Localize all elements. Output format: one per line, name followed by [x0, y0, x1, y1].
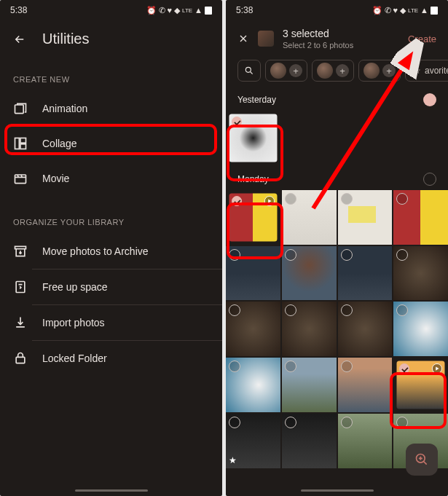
- phone-utilities: 5:38 ⏰✆♥◆ LTE ▲ Utilities CREATE NEW Ani…: [0, 0, 222, 496]
- video-badge: [264, 196, 275, 206]
- video-badge: [432, 363, 442, 374]
- archive-icon: [13, 244, 28, 259]
- nav-pill: [301, 489, 374, 492]
- svg-rect-3: [20, 144, 26, 149]
- page-title: Utilities: [42, 31, 89, 47]
- phone-selector: 5:38 ⏰✆♥◆ LTE ▲ 3 selected Select 2 to 6…: [226, 0, 448, 496]
- collage-icon: [13, 136, 28, 151]
- date-monday[interactable]: Monday: [226, 165, 448, 190]
- menu-animation[interactable]: Animation: [0, 91, 222, 126]
- chip-face-1[interactable]: +: [265, 60, 307, 82]
- menu-label: Locked Folder: [42, 353, 209, 364]
- photo-thumb[interactable]: [229, 193, 277, 241]
- svg-rect-7: [16, 357, 25, 363]
- date-yesterday[interactable]: Yesterday: [226, 86, 448, 111]
- svg-rect-2: [20, 138, 26, 143]
- filter-chips: + + + ☆ avorites: [226, 52, 448, 86]
- date-checkbox[interactable]: [423, 173, 436, 186]
- lock-icon: [13, 351, 28, 366]
- create-button[interactable]: Create: [408, 34, 436, 44]
- menu-label: Movie: [42, 173, 209, 184]
- section-organize: ORGANIZE YOUR LIBRARY: [0, 196, 222, 234]
- photo-thumb[interactable]: [282, 190, 337, 245]
- svg-rect-5: [15, 246, 26, 248]
- chip-label: avorites: [425, 66, 448, 76]
- nav-pill: [75, 489, 148, 492]
- photo-thumb[interactable]: ★: [226, 414, 280, 468]
- movie-icon: [13, 171, 28, 186]
- close-icon[interactable]: [237, 33, 249, 44]
- photo-thumb[interactable]: [338, 302, 393, 356]
- date-checkbox[interactable]: [423, 93, 436, 106]
- photo-thumb[interactable]: [282, 358, 337, 412]
- animation-icon: [13, 101, 28, 116]
- photo-thumb[interactable]: [338, 358, 393, 412]
- status-icons: ⏰✆♥◆ LTE ▲: [372, 6, 439, 15]
- menu-label: Collage: [42, 138, 209, 149]
- status-bar: 5:38 ⏰✆♥◆ LTE ▲: [226, 0, 448, 20]
- selection-header: 3 selected Select 2 to 6 photos Create: [226, 20, 448, 52]
- menu-locked[interactable]: Locked Folder: [0, 341, 222, 376]
- menu-import[interactable]: Import photos: [0, 305, 222, 340]
- status-time: 5:38: [10, 5, 27, 15]
- photo-thumb[interactable]: [393, 190, 448, 245]
- photo-grid-monday: ★: [226, 190, 448, 468]
- menu-label: Animation: [42, 103, 209, 114]
- selection-thumbnail: [258, 31, 274, 47]
- photo-thumb[interactable]: [226, 246, 280, 301]
- menu-freeup[interactable]: Free up space: [0, 269, 222, 304]
- zoom-fab[interactable]: [406, 444, 438, 476]
- selection-hint: Select 2 to 6 photos: [283, 41, 399, 50]
- photo-thumb[interactable]: [282, 246, 337, 301]
- menu-label: Move photos to Archive: [42, 245, 209, 257]
- status-time: 5:38: [236, 5, 253, 15]
- menu-archive[interactable]: Move photos to Archive: [0, 234, 222, 269]
- photo-thumb[interactable]: [226, 358, 280, 412]
- menu-movie[interactable]: Movie: [0, 161, 222, 196]
- freeup-icon: [13, 280, 28, 294]
- chip-face-3[interactable]: +: [358, 60, 401, 82]
- photo-thumb[interactable]: [229, 114, 277, 162]
- menu-collage[interactable]: Collage: [0, 126, 222, 161]
- svg-rect-0: [15, 105, 24, 114]
- status-icons: ⏰✆♥◆ LTE ▲: [146, 6, 213, 15]
- selection-count: 3 selected: [283, 28, 399, 39]
- photo-thumb[interactable]: [338, 190, 393, 245]
- menu-label: Free up space: [42, 281, 209, 293]
- photo-thumb[interactable]: [282, 302, 337, 356]
- section-create-new: CREATE NEW: [0, 53, 222, 91]
- photo-thumb[interactable]: [397, 361, 445, 409]
- status-bar: 5:38 ⏰✆♥◆ LTE ▲: [0, 0, 222, 20]
- svg-rect-4: [15, 175, 26, 184]
- photo-thumb[interactable]: [282, 414, 337, 468]
- header: Utilities: [0, 20, 222, 53]
- menu-label: Import photos: [42, 317, 209, 328]
- photo-thumb[interactable]: [338, 414, 393, 468]
- chip-search[interactable]: [237, 60, 261, 82]
- star-icon: ☆: [413, 66, 421, 76]
- photo-thumb[interactable]: [226, 302, 280, 356]
- search-icon: [244, 66, 254, 76]
- back-icon[interactable]: [13, 33, 26, 46]
- selection-text: 3 selected Select 2 to 6 photos: [283, 28, 399, 50]
- chip-favorites[interactable]: ☆ avorites: [405, 60, 448, 82]
- photo-thumb[interactable]: [338, 246, 393, 301]
- photo-grid-yesterday: [226, 111, 448, 165]
- svg-rect-1: [15, 138, 20, 149]
- photo-thumb[interactable]: [393, 302, 448, 356]
- favorite-star: ★: [229, 455, 237, 465]
- chip-face-2[interactable]: +: [312, 60, 354, 82]
- photo-thumb[interactable]: [393, 246, 448, 301]
- zoom-in-icon: [414, 452, 429, 467]
- svg-point-8: [245, 67, 251, 72]
- import-icon: [13, 315, 28, 330]
